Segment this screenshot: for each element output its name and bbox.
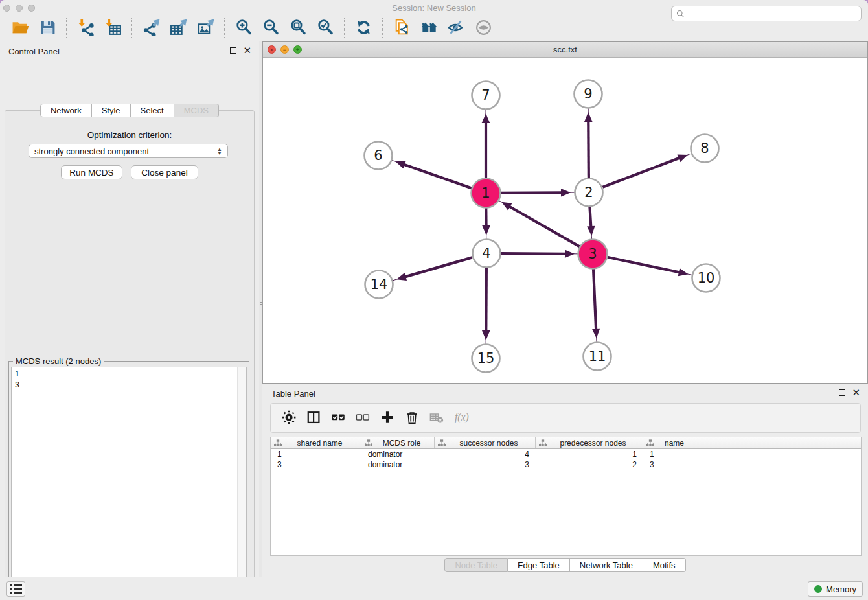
table-cell[interactable]: 1 [536,449,643,459]
table-row[interactable]: 3dominator323 [271,459,861,470]
table-header-row: shared nameMCDS rolesuccessor nodesprede… [271,437,861,449]
tab-mcds[interactable]: MCDS [174,104,219,117]
graph-node-8[interactable]: 8 [691,135,719,163]
select-all-button[interactable] [329,408,348,428]
graph-edge-2-3[interactable] [587,207,595,240]
column-header-MCDS-role[interactable]: MCDS role [361,437,435,448]
graph-node-7[interactable]: 7 [472,82,500,110]
tab-network[interactable]: Network [40,104,92,117]
graph-edge-3-11[interactable] [592,269,600,342]
first-neighbors-icon [420,19,438,36]
graph-edge-3-10[interactable] [608,257,692,277]
graph-node-10[interactable]: 10 [692,264,720,292]
run-mcds-button[interactable]: Run MCDS [61,165,122,179]
table-cell[interactable]: 3 [435,459,536,470]
columns-button[interactable] [304,408,324,428]
graph-node-4[interactable]: 4 [473,240,501,268]
float-table-panel-icon[interactable] [839,389,845,396]
graph-edge-4-3[interactable] [501,249,578,258]
task-history-button[interactable] [6,581,25,597]
graph-edge-3-1[interactable] [498,200,580,247]
horizontal-splitter-grip[interactable] [554,383,563,385]
close-panel-button[interactable]: Close panel [131,165,198,179]
graph-node-9[interactable]: 9 [575,80,602,108]
graph-edge-1-2[interactable] [501,189,575,197]
table-cell[interactable]: 1 [271,449,361,459]
first-neighbors-button[interactable] [418,17,439,38]
graph-edge-1-4[interactable] [482,208,490,239]
export-table-button[interactable] [168,17,188,38]
float-panel-icon[interactable] [230,47,236,54]
table-cell[interactable]: 1 [643,449,698,459]
table-cell[interactable]: 2 [536,459,643,470]
gear-button[interactable] [280,408,299,428]
mcds-result-item[interactable]: 1 [15,368,243,379]
zoom-out-button[interactable] [260,17,281,38]
save-session-button[interactable] [37,17,58,38]
column-header-name[interactable]: name [643,437,698,448]
zoom-in-button[interactable] [233,17,254,38]
search-input[interactable] [688,7,861,20]
add-button[interactable] [378,408,398,428]
function-button: f(x) [452,408,472,428]
graph-node-6[interactable]: 6 [365,142,393,170]
tab-network-table[interactable]: Network Table [570,558,643,572]
memory-status-icon [814,585,822,593]
mcds-result-list[interactable]: 13 [11,367,247,600]
graph-edge-1-7[interactable] [482,110,490,178]
mcds-scrollbar[interactable] [237,367,246,600]
graph-edge-1-6[interactable] [392,160,472,188]
memory-button[interactable]: Memory [808,581,863,597]
apply-layout-button[interactable] [353,17,374,38]
vertical-splitter-grip[interactable] [260,302,262,311]
graph-node-1[interactable]: 1 [472,179,501,208]
table-cell[interactable]: 3 [271,459,361,470]
import-network-button[interactable] [75,17,96,38]
graph-node-3[interactable]: 3 [578,240,608,269]
table-cell[interactable]: dominator [361,459,435,470]
optimization-criterion-label: Optimization criterion: [0,130,259,140]
deselect-all-button[interactable] [354,408,373,428]
export-image-button[interactable] [195,17,216,38]
tab-edge-table[interactable]: Edge Table [508,558,570,572]
graph-edge-2-9[interactable] [584,108,593,178]
tab-style[interactable]: Style [92,104,131,117]
tab-motifs[interactable]: Motifs [643,558,686,572]
graph-edge-2-8[interactable] [603,154,692,187]
column-header-predecessor-nodes[interactable]: predecessor nodes [536,437,643,448]
graph-node-11[interactable]: 11 [584,343,611,371]
table-cell[interactable]: 3 [643,459,698,470]
graph-node-15[interactable]: 15 [472,345,500,373]
zoom-fit-button[interactable] [288,17,308,38]
node-table: shared nameMCDS rolesuccessor nodesprede… [270,437,862,556]
import-table-button[interactable] [102,17,123,38]
close-panel-icon[interactable]: ✕ [243,47,251,54]
task-list-icon [10,584,22,594]
column-header-successor-nodes[interactable]: successor nodes [435,437,536,448]
gear-icon [282,410,297,426]
table-cell[interactable]: dominator [361,449,435,459]
column-header-shared-name[interactable]: shared name [271,437,361,448]
graph-node-14[interactable]: 14 [365,271,393,299]
graph-edge-4-14[interactable] [393,257,472,281]
close-table-panel-icon[interactable]: ✕ [852,389,860,396]
clone-network-button[interactable] [391,17,412,38]
mcds-result-item[interactable]: 3 [15,379,243,390]
tab-node-table[interactable]: Node Table [444,558,508,572]
zoom-selected-button[interactable] [315,17,336,38]
table-row[interactable]: 1dominator411 [271,449,861,459]
open-session-button[interactable] [10,17,30,38]
network-canvas[interactable]: 7968124314101511 [263,58,867,383]
column-type-icon [365,439,372,446]
zoom-fit-icon [290,19,307,36]
search-field[interactable] [671,6,862,21]
export-network-button[interactable] [141,17,161,38]
table-cell[interactable]: 4 [435,449,536,459]
hide-selected-button[interactable] [446,17,466,38]
delete-button[interactable] [403,408,422,428]
tab-select[interactable]: Select [131,104,174,117]
column-type-icon [438,439,446,446]
criterion-dropdown[interactable]: strongly connected component ▲▼ [29,144,228,158]
graph-edge-4-15[interactable] [482,268,490,344]
graph-node-2[interactable]: 2 [575,179,603,207]
